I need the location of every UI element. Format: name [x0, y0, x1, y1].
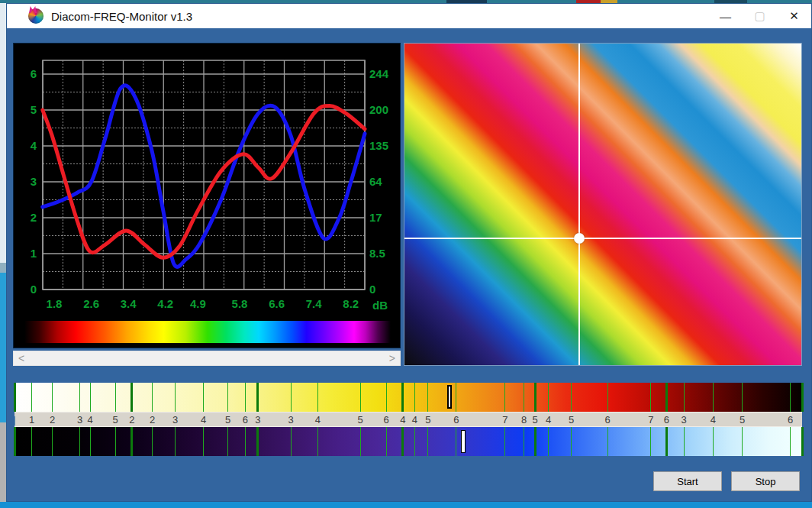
- x-axis-label: 8.2: [343, 297, 359, 310]
- x-axis-label: 5.8: [232, 297, 248, 310]
- y-axis-right-label: 17: [369, 211, 382, 224]
- ruler-label: 5: [112, 414, 118, 425]
- tuner-tick: [115, 427, 116, 456]
- tuner-tick: [504, 383, 505, 412]
- frequency-chart-panel: 654321024420013564178.501.82.63.44.24.95…: [13, 43, 401, 348]
- y-axis-right-label: 8.5: [369, 247, 385, 260]
- tuner-tick: [571, 427, 572, 456]
- ruler-label: 1: [29, 414, 34, 425]
- y-axis-right-label: 200: [369, 103, 388, 116]
- tuner-tick: [31, 427, 32, 456]
- tuner-tick-major: [801, 427, 804, 456]
- tuner-tick: [456, 383, 456, 412]
- frequency-tuner: |12345223456334564456785456763456: [14, 383, 802, 459]
- ruler-label: 4: [546, 414, 551, 425]
- color-field-panel[interactable]: [404, 43, 802, 366]
- tuner-tick: [203, 427, 204, 456]
- tuner-tick: [684, 383, 685, 412]
- tuner-tick: [360, 383, 361, 412]
- y-axis-right-label: 64: [369, 175, 382, 188]
- tuner-tick: [684, 427, 685, 456]
- tuner-tick: [571, 383, 572, 412]
- ruler-label: 4: [710, 414, 716, 425]
- tuner-tick: [317, 383, 318, 412]
- lower-bar-marker[interactable]: [461, 430, 466, 453]
- chart-scrollbar[interactable]: < >: [13, 351, 401, 366]
- tuner-tick: [742, 427, 743, 456]
- tuner-tick: [386, 383, 387, 412]
- spectrum-colorbar: [24, 321, 391, 343]
- tuner-tick: [245, 427, 246, 456]
- crosshair-vertical-line: [578, 44, 580, 365]
- tuner-tick: [203, 383, 204, 412]
- ruler-label: 6: [604, 414, 610, 425]
- ruler-label: 3: [172, 414, 178, 425]
- tuner-tick: [291, 383, 292, 412]
- start-button[interactable]: Start: [653, 471, 722, 491]
- ruler-label: 2: [129, 414, 134, 425]
- ruler-label: 4: [201, 414, 206, 425]
- tuner-tick-major: [256, 383, 259, 412]
- tuner-tick-major: [130, 383, 133, 412]
- tuner-tick: [227, 427, 228, 456]
- maximize-button: ▢: [743, 4, 777, 28]
- tuner-bar-lower[interactable]: [14, 427, 802, 456]
- x-axis-label: 2.6: [83, 297, 99, 310]
- tuner-tick-major: [401, 427, 404, 456]
- y-axis-left-label: 3: [31, 175, 37, 188]
- tuner-tick: [790, 427, 791, 456]
- background-edge-bottom: [0, 502, 812, 508]
- ruler-label: |: [14, 414, 16, 425]
- y-axis-left-label: 6: [31, 67, 37, 80]
- tuner-tick: [713, 383, 714, 412]
- title-bar[interactable]: Diacom-FREQ-Monitor v1.3 — ▢ ✕: [7, 4, 811, 28]
- tuner-tick: [427, 427, 428, 456]
- app-logo-icon: [28, 8, 44, 24]
- x-axis-label: 1.8: [47, 297, 63, 310]
- tuner-tick-major: [14, 427, 16, 456]
- tuner-tick: [504, 427, 505, 456]
- ruler-label: 4: [412, 414, 417, 425]
- y-axis-left-label: 5: [31, 103, 37, 116]
- tuner-tick: [175, 383, 176, 412]
- tuner-bar-upper[interactable]: [14, 383, 802, 412]
- close-button[interactable]: ✕: [777, 4, 811, 28]
- tuner-tick: [414, 427, 415, 456]
- tuner-tick-major: [665, 427, 668, 456]
- ruler-label: 3: [288, 414, 294, 425]
- tuner-tick: [152, 427, 153, 456]
- ruler-label: 5: [425, 414, 430, 425]
- tuner-tick: [742, 383, 743, 412]
- tuner-tick: [245, 383, 246, 412]
- tuner-tick: [52, 427, 53, 456]
- y-axis-right-label: 244: [369, 67, 389, 80]
- scroll-right-icon[interactable]: >: [389, 353, 395, 364]
- crosshair-horizontal-line: [404, 238, 801, 239]
- tuner-tick: [524, 427, 524, 456]
- tuner-tick-major: [256, 427, 259, 456]
- x-axis-unit-label: dB: [372, 299, 388, 312]
- y-axis-left-label: 0: [31, 283, 37, 296]
- tuner-tick: [427, 383, 428, 412]
- tuner-tick: [386, 427, 387, 456]
- tuner-tick: [175, 427, 176, 456]
- ruler-label: 6: [243, 414, 248, 425]
- tuner-ruler: |12345223456334564456785456763456: [14, 412, 802, 427]
- tuner-tick: [414, 383, 415, 412]
- tuner-tick: [524, 383, 524, 412]
- ruler-label: 6: [453, 414, 459, 425]
- stop-button[interactable]: Stop: [731, 471, 800, 491]
- y-axis-left-label: 1: [31, 247, 37, 260]
- ruler-label: 3: [77, 414, 82, 425]
- minimize-button[interactable]: —: [708, 4, 743, 28]
- upper-bar-marker[interactable]: [447, 385, 452, 409]
- ruler-label: 5: [740, 414, 745, 425]
- ruler-label: 6: [664, 414, 669, 425]
- tuner-tick-major: [665, 383, 668, 412]
- scroll-left-icon[interactable]: <: [18, 353, 24, 364]
- tuner-tick: [317, 427, 318, 456]
- ruler-label: 5: [533, 414, 538, 425]
- window-title: Diacom-FREQ-Monitor v1.3: [51, 10, 192, 23]
- crosshair-dot[interactable]: [574, 233, 585, 244]
- x-axis-label: 7.4: [306, 297, 323, 310]
